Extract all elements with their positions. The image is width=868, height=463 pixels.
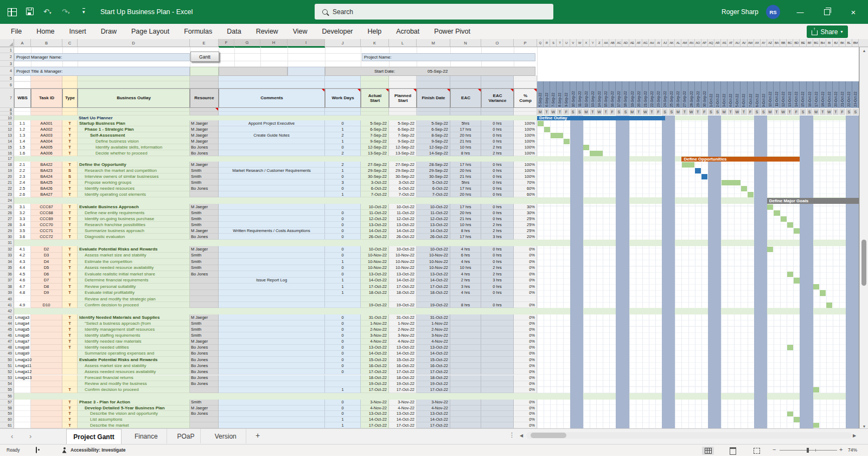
zoom-in-button[interactable]: + — [839, 446, 843, 453]
row-number-43[interactable]: 43 — [0, 314, 14, 320]
cell-w-22[interactable]: 2.5 — [14, 185, 31, 191]
cell-ty-9[interactable] — [62, 112, 78, 115]
cell-ev-60[interactable] — [481, 417, 514, 423]
column-header-AN[interactable]: AN — [688, 39, 695, 47]
column-header-B[interactable]: B — [31, 39, 62, 47]
cell-pc-30[interactable]: 20% — [514, 234, 537, 240]
cell-id-59[interactable] — [31, 411, 62, 417]
cell-ol-47[interactable]: Identify needed raw materials — [78, 339, 190, 345]
cell-ea-8[interactable] — [450, 108, 481, 112]
cell-wd-20[interactable]: 0 — [325, 173, 361, 179]
gantt-task-bar[interactable] — [741, 186, 747, 191]
cell-pc-34[interactable]: 0% — [514, 259, 537, 265]
cell-wd-25[interactable] — [325, 204, 361, 210]
cell-ty-34[interactable]: T — [62, 259, 78, 265]
user-name[interactable]: Roger Sharp — [722, 0, 758, 24]
cell-pc-16[interactable]: 100% — [514, 150, 537, 156]
hscroll-left-icon[interactable]: ◀ — [520, 433, 523, 438]
cell-ty-39[interactable]: T — [62, 290, 78, 297]
row-number-27[interactable]: 27 — [0, 216, 14, 222]
cell-ty-11[interactable]: T — [62, 120, 78, 126]
cell-fd-13[interactable]: 8-Sep-22 — [417, 132, 450, 138]
cell-cm-22[interactable] — [219, 185, 325, 191]
cell-as-34[interactable]: 10-Nov-22 — [361, 259, 389, 265]
row-number-32[interactable]: 32 — [0, 246, 14, 253]
cell-wd-26[interactable]: 0 — [325, 210, 361, 216]
ribbon-tab-developer[interactable]: Developer — [322, 28, 353, 35]
cell-ty-32[interactable]: T — [62, 246, 78, 253]
cell-ol-59[interactable]: Describe the vision and opportunity — [78, 411, 190, 417]
cell-cm-15[interactable] — [219, 144, 325, 150]
cell-rs-33[interactable]: Smith — [190, 253, 219, 259]
cell-wd-44[interactable]: 0 — [325, 320, 361, 326]
row-number-16[interactable]: 16 — [0, 150, 14, 156]
cell-pc-8[interactable] — [514, 108, 537, 112]
cell-rs-27[interactable]: Smith — [190, 216, 219, 222]
cell-rs-26[interactable]: Smith — [190, 210, 219, 216]
cell-ty-35[interactable]: T — [62, 265, 78, 272]
cell-rs-40[interactable] — [190, 296, 219, 302]
cell-ps-48[interactable]: 13-Oct-22 — [389, 345, 417, 351]
cell-rs-39[interactable] — [190, 290, 219, 297]
cell-id-37[interactable]: D7 — [31, 278, 62, 284]
cell-id-27[interactable]: CCC69 — [31, 216, 62, 222]
column-header-Q[interactable]: Q — [537, 39, 544, 47]
cell-id-19[interactable]: BA423 — [31, 168, 62, 173]
cell-ps-53[interactable]: 18-Oct-22 — [389, 375, 417, 381]
cell-w-19[interactable]: 2.2 — [14, 168, 31, 173]
cell-ev-19[interactable]: 0 hrs — [481, 168, 514, 173]
cell-ty-59[interactable]: T — [62, 411, 78, 417]
customize-qat-icon[interactable]: ▾ — [82, 0, 85, 24]
cell-fd-21[interactable]: 5-Oct-22 — [417, 179, 450, 185]
cell-ps-25[interactable]: 10-Oct-22 — [389, 204, 417, 210]
cell-ty-41[interactable]: T — [62, 302, 78, 308]
cell-id-41[interactable]: D10 — [31, 302, 62, 308]
cell-w-49[interactable]: Lmajja9 — [14, 351, 31, 357]
gantt-task-bar[interactable] — [583, 145, 589, 150]
cell-cm-18[interactable] — [219, 162, 325, 168]
cell-ol-26[interactable]: Define new entity requirements — [78, 210, 190, 216]
cell-as-52[interactable]: 17-Oct-22 — [361, 369, 389, 375]
cell-ol-50[interactable]: Evaluate Potential Risks and Rewards — [78, 357, 190, 363]
cell-pc-18[interactable]: 100% — [514, 162, 537, 168]
column-header-AI[interactable]: AI — [655, 39, 662, 47]
cell-ol-43[interactable]: Identify Needed Materials and Supplies — [78, 314, 190, 320]
cell-ol-53[interactable]: Forecast financial returns — [78, 375, 190, 381]
column-header-W[interactable]: W — [577, 39, 583, 47]
cell-rs-22[interactable]: Bo Jones — [190, 185, 219, 191]
cell-pc-13[interactable]: 100% — [514, 132, 537, 138]
cell-cm-25[interactable] — [219, 204, 325, 210]
gantt-button[interactable]: Gantt — [190, 52, 219, 62]
cell-as-14[interactable]: 9-Sep-22 — [361, 138, 389, 144]
row-number-1[interactable]: 1 — [0, 47, 14, 53]
cell-fd-49[interactable]: 14-Oct-22 — [417, 351, 450, 357]
cell-ty-38[interactable]: T — [62, 284, 78, 290]
cell-ea-30[interactable]: 17 hrs — [450, 234, 481, 240]
cell-ev-8[interactable] — [481, 108, 514, 112]
vertical-scrollbar[interactable]: ▲▼ — [859, 47, 868, 430]
cell-as-5[interactable] — [361, 75, 389, 81]
cell-ol-5[interactable] — [78, 75, 190, 81]
header-ps[interactable]: Planned Start — [389, 88, 417, 108]
row-number-57[interactable]: 57 — [0, 400, 14, 406]
cell-ol-29[interactable]: Summarize business approach — [78, 228, 190, 234]
cell-fd-18[interactable]: 28-Sep-22 — [417, 162, 450, 168]
cell-rs-53[interactable]: Bo Jones — [190, 375, 219, 381]
column-header-AZ[interactable]: AZ — [767, 39, 774, 47]
cell-ps-34[interactable]: 10-Nov-22 — [389, 259, 417, 265]
cell-fd-46[interactable]: 3-Nov-22 — [417, 332, 450, 338]
cell-cm-40[interactable] — [219, 296, 325, 302]
cell-pc-41[interactable]: 0% — [514, 302, 537, 308]
cell-rs-50[interactable]: Bo Jones — [190, 357, 219, 363]
cell-as-33[interactable]: 10-Nov-22 — [361, 253, 389, 259]
ribbon-tab-power-pivot[interactable]: Power Pivot — [434, 28, 470, 35]
cell-rs-21[interactable]: Smith — [190, 179, 219, 185]
cell-w-46[interactable]: Lmajja6 — [14, 332, 31, 338]
cell-pc-58[interactable]: 0% — [514, 406, 537, 411]
cell-wd-49[interactable]: 0 — [325, 351, 361, 357]
cell-as-46[interactable]: 3-Nov-22 — [361, 332, 389, 338]
cell-fd-6[interactable] — [417, 81, 450, 88]
cell-cm-6[interactable] — [219, 81, 325, 88]
gantt-task-bar[interactable] — [794, 278, 800, 284]
cell-cm-39[interactable] — [219, 290, 325, 297]
